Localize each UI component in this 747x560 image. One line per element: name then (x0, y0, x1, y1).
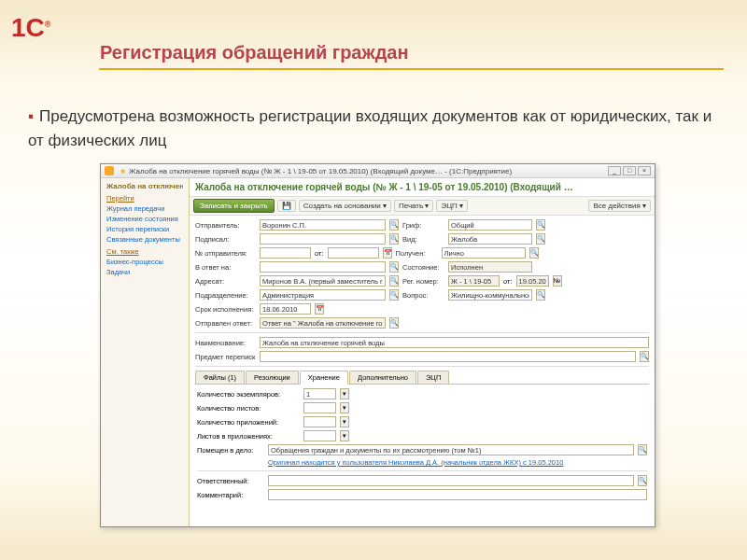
tab-resolutions[interactable]: Резолюции (246, 371, 299, 384)
responsible-label: Ответственный: (197, 477, 264, 485)
responsible-input[interactable] (268, 475, 634, 486)
sender-input[interactable] (260, 219, 386, 231)
vid-label: Вид: (402, 235, 444, 244)
signed-label: Подписал: (195, 235, 256, 244)
print-button[interactable]: Печать ▾ (394, 200, 433, 212)
sidebar-link[interactable]: Изменение состояния (106, 215, 183, 223)
max-button[interactable]: □ (623, 166, 636, 175)
copies-input[interactable] (303, 388, 336, 399)
sidebar-section-goto: Перейти (106, 194, 183, 203)
tab-additional[interactable]: Дополнительно (349, 371, 416, 384)
sidebar-link[interactable]: Бизнес-процессы (106, 258, 183, 266)
received-label: Получен: (396, 249, 438, 258)
lookup-icon[interactable]: 🔍 (389, 261, 399, 273)
regnum-button[interactable]: № (553, 275, 562, 287)
replysent-label: Отправлен ответ: (195, 319, 256, 328)
sidebar-link[interactable]: Журнал передачи (106, 204, 183, 213)
attach-input[interactable] (303, 416, 336, 427)
create-based-button[interactable]: Создать на основании ▾ (299, 200, 391, 212)
star-icon[interactable]: ★ (120, 167, 126, 175)
tab-ecp[interactable]: ЭЦП (417, 371, 449, 384)
ot-label: от: (315, 249, 324, 258)
sheets-label: Количество листов: (197, 404, 300, 413)
all-actions-button[interactable]: Все действия ▾ (588, 200, 651, 212)
stepper-icon[interactable]: ▾ (340, 388, 349, 399)
regdate-input (516, 275, 549, 287)
lookup-icon[interactable]: 🔍 (638, 475, 647, 486)
ecp-button[interactable]: ЭЦП ▾ (436, 200, 468, 212)
regnum-label: Рег. номер: (402, 277, 444, 286)
form-area: Отправитель: 🔍 Гриф: 🔍 Подписал: 🔍 Вид: … (190, 216, 655, 511)
stepper-icon[interactable]: ▾ (340, 402, 349, 413)
attach-label: Количество приложений: (197, 418, 300, 427)
calendar-icon[interactable]: 📅 (383, 247, 392, 259)
lookup-icon[interactable]: 🔍 (536, 289, 545, 301)
status-input (448, 261, 532, 273)
numsender-label: № отправителя: (195, 249, 256, 258)
ot-date-input[interactable] (328, 247, 379, 259)
addressee-label: Адресат: (195, 277, 256, 286)
window-title: Жалоба на отключение горячей воды (№ Ж -… (129, 167, 608, 175)
name-label: Наименование: (195, 339, 256, 347)
subject-label: Предмет переписки: (195, 353, 256, 361)
vid-input[interactable] (448, 233, 532, 245)
attachsheets-input[interactable] (303, 430, 336, 441)
attachsheets-label: Листов в приложениях: (197, 432, 300, 441)
deadline-label: Срок исполнения: (195, 305, 256, 314)
save-close-button[interactable]: Записать и закрыть (193, 199, 275, 213)
sidebar: Жалоба на отключен… Перейти Журнал перед… (101, 178, 190, 526)
lookup-icon[interactable]: 🔍 (529, 247, 539, 259)
lookup-icon[interactable]: 🔍 (536, 233, 545, 245)
sidebar-link[interactable]: Связанные документы (106, 235, 183, 244)
name-input[interactable] (260, 337, 649, 348)
save-button[interactable]: 💾 (277, 200, 296, 212)
received-input[interactable] (442, 247, 526, 259)
sidebar-link[interactable]: История переписки (106, 225, 183, 233)
replyto-label: В ответ на: (195, 263, 256, 272)
lookup-icon[interactable]: 🔍 (389, 317, 399, 329)
calendar-icon[interactable]: 📅 (315, 303, 324, 315)
grif-input[interactable] (448, 219, 532, 231)
case-input[interactable] (268, 444, 634, 455)
signed-input[interactable] (260, 233, 386, 245)
logo: 1С® (11, 9, 67, 47)
title-underline (99, 68, 724, 70)
lookup-icon[interactable]: 🔍 (389, 289, 399, 301)
comment-input[interactable] (268, 489, 647, 500)
addressee-input[interactable] (260, 275, 386, 287)
titlebar: ★ Жалоба на отключение горячей воды (№ Ж… (101, 164, 655, 178)
question-input[interactable] (448, 289, 532, 301)
main-panel: Жалоба на отключение горячей воды (№ Ж -… (190, 178, 655, 526)
toolbar: Записать и закрыть 💾 Создать на основани… (190, 196, 655, 216)
sidebar-link[interactable]: Задачи (106, 268, 183, 276)
tab-files[interactable]: Файлы (1) (195, 371, 245, 384)
bullet-icon: ▪ (28, 107, 34, 125)
lookup-icon[interactable]: 🔍 (389, 275, 399, 287)
sheets-input[interactable] (303, 402, 336, 413)
status-label: Состояние: (402, 263, 444, 272)
original-location-link[interactable]: Оригинал находится у пользователя Никола… (268, 458, 563, 467)
lookup-icon[interactable]: 🔍 (640, 351, 649, 362)
deadline-input[interactable] (260, 303, 311, 315)
lookup-icon[interactable]: 🔍 (389, 219, 399, 231)
grif-label: Гриф: (402, 221, 444, 230)
min-button[interactable]: _ (608, 166, 621, 175)
case-label: Помещен в дело: (197, 446, 264, 455)
dept-input[interactable] (260, 289, 386, 301)
tab-storage[interactable]: Хранение (300, 371, 348, 385)
stepper-icon[interactable]: ▾ (340, 416, 349, 427)
replyto-input[interactable] (260, 261, 386, 273)
close-button[interactable]: × (638, 166, 651, 175)
regnum-input (448, 275, 500, 287)
stepper-icon[interactable]: ▾ (340, 430, 349, 441)
subject-input[interactable] (260, 351, 636, 362)
logo-text: 1С® (11, 13, 50, 43)
lookup-icon[interactable]: 🔍 (638, 444, 647, 455)
replysent-input (260, 317, 386, 329)
lookup-icon[interactable]: 🔍 (536, 219, 545, 231)
app-window: ★ Жалоба на отключение горячей воды (№ Ж… (100, 163, 655, 527)
lookup-icon[interactable]: 🔍 (389, 233, 399, 245)
numsender-input[interactable] (260, 247, 311, 259)
slide-title: Регистрация обращений граждан (100, 42, 409, 63)
tab-content-storage: Количество экземпляров: ▾ Количество лис… (195, 385, 649, 507)
